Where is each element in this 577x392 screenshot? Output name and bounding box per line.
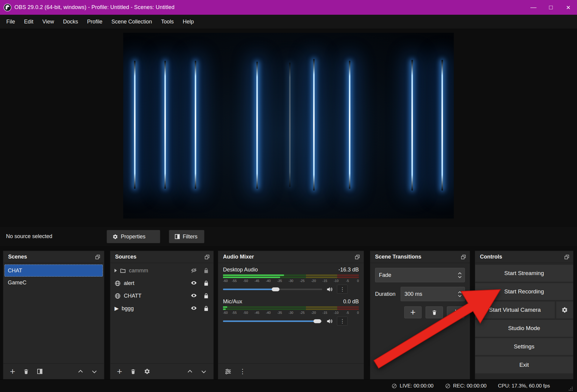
- menu-scene-collection[interactable]: Scene Collection: [107, 15, 157, 29]
- studio-mode-button[interactable]: Studio Mode: [475, 320, 573, 337]
- scenes-toolbar: +: [3, 363, 104, 379]
- speaker-icon[interactable]: [326, 286, 333, 293]
- remove-scene-button[interactable]: [23, 369, 29, 375]
- source-down-button[interactable]: [201, 369, 207, 375]
- maximize-button[interactable]: □: [542, 0, 560, 15]
- add-scene-button[interactable]: +: [10, 367, 15, 376]
- popout-icon[interactable]: [461, 254, 466, 260]
- dock-area: Scenes CHAT GameC +: [0, 251, 577, 379]
- settings-button[interactable]: Settings: [475, 338, 573, 355]
- resize-grip[interactable]: [569, 387, 573, 392]
- scene-down-button[interactable]: [91, 369, 97, 375]
- slider-handle[interactable]: [313, 319, 321, 323]
- rec-status: REC: 00:00:00: [445, 383, 487, 389]
- expand-caret-icon[interactable]: [114, 269, 117, 272]
- duration-spinbox[interactable]: 300 ms: [401, 287, 465, 301]
- source-row-chatt[interactable]: CHATT: [110, 289, 213, 302]
- source-row-cammm[interactable]: cammm: [110, 264, 213, 277]
- transition-menu-button[interactable]: ⋮: [447, 306, 464, 318]
- meter-tick: -50: [243, 311, 248, 314]
- filters-button[interactable]: Filters: [169, 230, 204, 243]
- controls-header: Controls: [475, 251, 573, 263]
- scene-up-button[interactable]: [78, 369, 84, 375]
- channel-menu-button[interactable]: ⋮: [337, 285, 348, 294]
- meter-tick: -5: [346, 311, 349, 314]
- virtual-camera-settings-button[interactable]: [556, 302, 573, 318]
- preview-canvas[interactable]: [123, 33, 454, 219]
- menu-file[interactable]: File: [2, 15, 20, 29]
- lock-icon[interactable]: [203, 280, 209, 286]
- menu-view[interactable]: View: [38, 15, 59, 29]
- titlebar: OBS 29.0.2 (64-bit, windows) - Profile: …: [0, 0, 577, 15]
- add-source-button[interactable]: +: [117, 367, 122, 376]
- meter-tick: 0: [357, 279, 359, 283]
- visibility-on-icon[interactable]: [191, 292, 197, 299]
- mixer-channel-mic-aux: Mic/Aux 0.0 dB -60-55-50-45-40-35-30-25-…: [223, 299, 359, 326]
- folder-icon: [120, 268, 126, 274]
- lock-icon[interactable]: [203, 293, 209, 299]
- popout-icon[interactable]: [564, 254, 569, 260]
- properties-button[interactable]: Properties: [107, 230, 160, 243]
- advanced-audio-icon[interactable]: [225, 368, 231, 375]
- menu-docks[interactable]: Docks: [59, 15, 83, 29]
- menu-edit[interactable]: Edit: [20, 15, 38, 29]
- meter-tick: -20: [311, 279, 316, 283]
- popout-icon[interactable]: [95, 254, 100, 260]
- scene-name: CHAT: [8, 268, 22, 274]
- filters-icon: [175, 234, 180, 239]
- menu-profile[interactable]: Profile: [83, 15, 107, 29]
- window-title: OBS 29.0.2 (64-bit, windows) - Profile: …: [14, 4, 175, 11]
- source-properties-button[interactable]: [144, 368, 150, 375]
- rec-time: REC: 00:00:00: [453, 383, 487, 389]
- scene-filters-button[interactable]: [37, 369, 43, 374]
- menu-help[interactable]: Help: [178, 15, 198, 29]
- lock-icon[interactable]: [203, 305, 209, 311]
- source-name: cammm: [129, 268, 148, 274]
- scene-item-chat[interactable]: CHAT: [5, 265, 103, 277]
- add-transition-button[interactable]: +: [404, 306, 422, 318]
- popout-icon[interactable]: [204, 254, 210, 260]
- meter-tick: -30: [288, 279, 293, 283]
- scene-transitions-body: Fade Duration 300 ms: [370, 263, 470, 379]
- lock-icon[interactable]: [203, 268, 209, 274]
- spinner-arrows-icon[interactable]: [457, 272, 463, 278]
- sources-panel: Sources cammm: [110, 251, 214, 379]
- mixer-menu-button[interactable]: ⋮: [239, 368, 246, 375]
- visibility-on-icon[interactable]: [191, 305, 197, 312]
- neon-line: [195, 61, 196, 189]
- status-bar: LIVE: 00:00:00 REC: 00:00:00 CPU: 17.3%,…: [0, 379, 577, 392]
- sources-toolbar: +: [110, 363, 213, 379]
- sources-title: Sources: [115, 254, 136, 260]
- minimize-button[interactable]: —: [525, 0, 542, 15]
- close-button[interactable]: ×: [560, 0, 577, 15]
- neon-line: [289, 63, 291, 187]
- volume-slider[interactable]: [223, 285, 322, 293]
- source-up-button[interactable]: [187, 369, 193, 375]
- meter-tick: -25: [300, 311, 305, 314]
- meter-tick: -10: [334, 279, 339, 283]
- visibility-on-icon[interactable]: [191, 280, 197, 286]
- remove-transition-button[interactable]: [426, 306, 443, 318]
- source-row-bggg[interactable]: ▶ bggg: [110, 302, 213, 315]
- menu-tools[interactable]: Tools: [157, 15, 178, 29]
- source-row-alert[interactable]: alert: [110, 277, 213, 289]
- spinner-arrows-icon[interactable]: [457, 291, 463, 297]
- audio-meter: [223, 308, 359, 310]
- obs-logo-icon: [4, 4, 11, 11]
- exit-button[interactable]: Exit: [475, 357, 573, 373]
- start-streaming-button[interactable]: Start Streaming: [475, 265, 573, 282]
- popout-icon[interactable]: [355, 254, 360, 260]
- transition-select[interactable]: Fade: [375, 268, 465, 282]
- volume-slider[interactable]: [223, 317, 322, 325]
- start-virtual-camera-button[interactable]: Start Virtual Camera: [475, 302, 555, 318]
- visibility-off-icon[interactable]: [191, 267, 197, 274]
- meter-tick: -20: [311, 311, 316, 314]
- source-status-label: No source selected: [6, 227, 52, 246]
- remove-source-button[interactable]: [130, 369, 136, 375]
- meter-tick: -15: [322, 279, 327, 283]
- channel-menu-button[interactable]: ⋮: [337, 317, 348, 326]
- slider-handle[interactable]: [272, 287, 279, 291]
- scene-item-gamec[interactable]: GameC: [5, 277, 103, 289]
- speaker-icon[interactable]: [326, 318, 333, 325]
- start-recording-button[interactable]: Start Recording: [475, 283, 573, 300]
